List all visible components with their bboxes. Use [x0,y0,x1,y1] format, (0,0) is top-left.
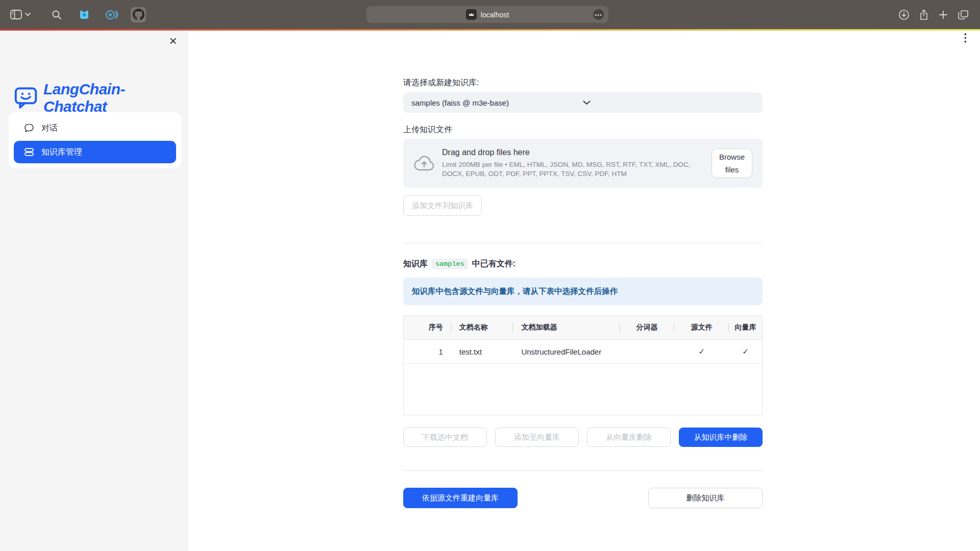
upload-files-label: 上传知识文件 [403,124,763,135]
rings-extension-icon[interactable] [104,7,119,22]
chevron-down-icon[interactable] [25,13,31,16]
select-chevron-down-icon [583,101,754,105]
page-settings-icon[interactable]: ••• [593,9,604,20]
cell-vector-check: ✓ [729,347,762,356]
nav-item-label: 知识库管理 [41,147,82,158]
github-icon[interactable] [131,7,146,22]
nav-item-dialogue[interactable]: 对话 [14,117,176,139]
logo-chat-icon [14,87,38,109]
url-text: localhost [481,11,509,19]
sidebar: × LangChain-Chatchat [0,31,188,551]
delete-kb-button[interactable]: 删除知识库 [648,488,763,508]
search-icon[interactable] [49,7,64,22]
kb-selectbox[interactable]: samples (faiss @ m3e-base) [403,92,763,113]
file-action-buttons: 下载选中文档 添加至向量库 从向量库删除 从知识库中删除 [403,428,763,447]
kb-name-code: samples [432,259,468,269]
divider [403,243,763,243]
url-bar[interactable]: localhost ••• [366,6,608,23]
kb-files-title-prefix: 知识库 [403,259,428,269]
kb-files-table: 序号 文档名称 文档加载器 分词器 源文件 向量库 1 test.txt Uns… [403,315,763,415]
kb-selected-value: samples (faiss @ m3e-base) [411,98,583,107]
cell-loader: UnstructuredFileLoader [513,347,619,356]
col-header-loader: 文档加载器 [513,323,619,332]
new-tab-icon[interactable] [938,10,948,20]
dropzone-title: Drag and drop files here [442,148,712,157]
site-favicon [466,9,477,20]
sidebar-toggle-group[interactable] [10,10,31,19]
add-files-to-kb-button[interactable]: 添加文件到知识库 [403,195,482,216]
sidebar-close-button[interactable]: × [166,34,180,48]
sidebar-toggle-icon[interactable] [10,10,22,19]
table-header-row: 序号 文档名称 文档加载器 分词器 源文件 向量库 [404,316,762,340]
app: × LangChain-Chatchat [0,31,980,551]
cell-source-check: ✓ [674,347,729,356]
cloud-upload-icon [413,155,435,172]
chat-bubble-icon [24,123,34,133]
cat-extension-icon[interactable] [77,7,92,22]
col-header-splitter: 分词器 [620,323,675,332]
browser-toolbar: localhost ••• [0,0,980,29]
cell-name: test.txt [451,347,513,356]
kb-stack-icon [24,147,34,157]
table-row[interactable]: 1 test.txt UnstructuredFileLoader ✓ ✓ [404,340,762,364]
divider [403,470,763,471]
screen: localhost ••• [0,0,980,551]
rebuild-vector-store-button[interactable]: 依据源文件重建向量库 [403,488,518,508]
tab-overview-icon[interactable] [958,10,969,20]
share-icon[interactable] [919,9,929,21]
add-to-vector-button[interactable]: 添加至向量库 [495,428,579,447]
sidebar-nav: 对话 知识库管理 [9,112,181,168]
dropzone-hint: Limit 200MB per file • EML, HTML, JSON, … [442,160,710,179]
kb-files-title: 知识库 samples 中已有文件: [403,259,763,269]
nav-item-label: 对话 [41,123,58,134]
cell-no: 1 [404,347,451,356]
delete-from-kb-button[interactable]: 从知识库中删除 [679,428,763,447]
logo-text: LangChain-Chatchat [43,81,188,115]
main-content: 请选择或新建知识库: samples (faiss @ m3e-base) 上传… [403,31,763,508]
download-selected-button[interactable]: 下载选中文档 [403,428,487,447]
info-banner: 知识库中包含源文件与向量库，请从下表中选择文件后操作 [403,278,763,305]
nav-item-kb-management[interactable]: 知识库管理 [14,141,176,163]
col-header-no: 序号 [404,323,451,332]
col-header-source: 源文件 [674,323,729,332]
file-dropzone[interactable]: Drag and drop files here Limit 200MB per… [403,139,763,188]
browse-files-button[interactable]: Browse files [712,148,752,178]
app-logo: LangChain-Chatchat [14,81,188,115]
app-menu-icon[interactable]: ⋮ [960,33,971,43]
kb-action-buttons: 依据源文件重建向量库 删除知识库 [403,488,763,508]
remove-from-vector-button[interactable]: 从向量库删除 [587,428,671,447]
kb-select-label: 请选择或新建知识库: [403,78,763,88]
col-header-name: 文档名称 [451,323,513,332]
download-icon[interactable] [898,9,910,20]
col-header-vector: 向量库 [729,323,762,332]
kb-files-title-suffix: 中已有文件: [472,259,516,269]
